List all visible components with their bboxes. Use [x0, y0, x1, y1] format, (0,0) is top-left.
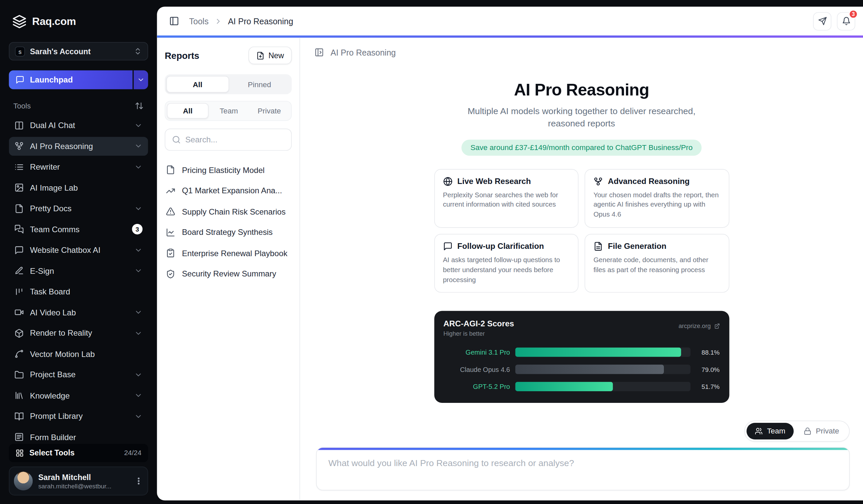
new-report-button[interactable]: New — [248, 47, 292, 64]
sidebar-item-label: Render to Reality — [30, 329, 128, 338]
launchpad-label: Launchpad — [30, 76, 73, 85]
scope-team[interactable]: Team — [209, 103, 249, 119]
user-options-icon[interactable] — [134, 476, 143, 486]
report-item-security-review-summary[interactable]: Security Review Summary — [165, 263, 292, 284]
share-button[interactable] — [813, 12, 831, 30]
filetext-icon — [593, 242, 603, 251]
scope-private[interactable]: Private — [249, 103, 290, 119]
sidebar-item-ai-pro-reasoning[interactable]: AI Pro Reasoning — [9, 137, 148, 156]
user-menu[interactable]: Sarah Mitchell sarah.mitchell@westbur... — [9, 466, 148, 495]
sidebar-item-label: Pretty Docs — [30, 204, 128, 213]
feature-description: Your chosen model drafts the report, the… — [593, 190, 720, 220]
sidebar-item-label: Prompt Library — [30, 412, 128, 421]
sidebar-item-e-sign[interactable]: E-Sign — [9, 261, 148, 280]
sidebar-item-vector-motion-lab[interactable]: Vector Motion Lab — [9, 344, 148, 363]
sort-tools-icon[interactable] — [135, 102, 144, 111]
filter-all[interactable]: All — [166, 76, 229, 92]
sidebar-item-label: AI Video Lab — [30, 308, 128, 317]
select-tools-button[interactable]: Select Tools 24/24 — [9, 443, 148, 462]
sidebar: Raq.com s Sarah's Account Launchpad Tool… — [0, 0, 157, 504]
sidebar-item-website-chatbox-ai[interactable]: Website Chatbox AI — [9, 241, 148, 259]
model-label: GPT-5.2 Pro — [443, 383, 510, 390]
clipboard-icon — [166, 248, 175, 258]
hero: AI Pro Reasoning Multiple AI models work… — [300, 57, 863, 421]
sidebar-item-knowledge[interactable]: Knowledge — [9, 386, 148, 405]
report-item-label: Security Review Summary — [182, 270, 276, 279]
model-label: Claude Opus 4.6 — [443, 366, 510, 373]
chart-header: ARC-AGI-2 Scores Higher is better arcpri… — [443, 319, 720, 337]
sidebar-item-ai-image-lab[interactable]: AI Image Lab — [9, 178, 148, 197]
report-item-board-strategy-synthesis[interactable]: Board Strategy Synthesis — [165, 222, 292, 243]
sidebar-item-render-to-reality[interactable]: Render to Reality — [9, 324, 148, 343]
sidebar-item-label: Project Base — [30, 370, 128, 379]
report-item-label: Q1 Market Expansion Ana... — [182, 186, 282, 195]
report-item-enterprise-renewal-playbook[interactable]: Enterprise Renewal Playbook — [165, 243, 292, 263]
file-plus-icon — [257, 51, 265, 60]
sidebar-toggle-button[interactable] — [166, 13, 183, 29]
prompt-input[interactable] — [317, 448, 849, 490]
launchpad: Launchpad — [9, 70, 148, 90]
main-region: Tools AI Pro Reasoning 3 — [157, 0, 863, 504]
pinned-filter: All Pinned — [165, 74, 292, 94]
chevron-down-icon — [134, 391, 142, 400]
video-icon — [14, 308, 24, 317]
content-row: Reports New All Pinned All Team Private — [157, 38, 863, 500]
chart-source-link[interactable]: arcprize.org — [678, 323, 720, 329]
feature-description: Generate code, documents, and other file… — [593, 256, 720, 275]
user-name: Sarah Mitchell — [38, 473, 129, 481]
visibility-team-label: Team — [767, 427, 785, 435]
sidebar-item-dual-ai-chat[interactable]: Dual AI Chat — [9, 116, 148, 135]
visibility-toggle: Team Private — [744, 421, 850, 441]
scope-all[interactable]: All — [167, 103, 209, 119]
sidebar-item-prompt-library[interactable]: Prompt Library — [9, 407, 148, 426]
sidebar-item-task-board[interactable]: Task Board — [9, 282, 148, 301]
report-item-pricing-elasticity-model[interactable]: Pricing Elasticity Model — [165, 160, 292, 180]
sidebar-item-label: Team Comms — [30, 224, 126, 234]
reports-list: Pricing Elasticity Model Q1 Market Expan… — [165, 160, 292, 284]
topbar: Tools AI Pro Reasoning 3 — [157, 7, 863, 36]
breadcrumb-tools[interactable]: Tools — [189, 16, 209, 26]
fork-icon — [14, 141, 24, 151]
chevron-down-icon — [134, 267, 142, 275]
sidebar-item-team-comms[interactable]: Team Comms 3 — [9, 220, 148, 238]
report-item-supply-chain-risk-scenarios[interactable]: Supply Chain Risk Scenarios — [165, 201, 292, 222]
visibility-row: Team Private — [316, 421, 850, 441]
launchpad-button[interactable]: Launchpad — [9, 70, 133, 90]
notifications-button[interactable]: 3 — [837, 12, 855, 30]
chevron-down-icon — [134, 329, 142, 337]
account-initial-badge: s — [15, 46, 25, 56]
chart-subtitle: Higher is better — [443, 331, 514, 337]
feature-title: Follow-up Clarification — [457, 242, 544, 251]
messages-icon — [14, 224, 24, 234]
bar-fill — [515, 382, 613, 391]
sidebar-item-label: Form Builder — [30, 432, 142, 441]
sidebar-item-project-base[interactable]: Project Base — [9, 365, 148, 384]
form-icon — [14, 432, 24, 441]
send-icon — [818, 17, 827, 26]
tool-panel-title: AI Pro Reasoning — [330, 48, 396, 57]
new-report-label: New — [268, 51, 284, 60]
search-input[interactable] — [185, 135, 284, 144]
msg-icon — [443, 242, 452, 251]
visibility-team-option[interactable]: Team — [747, 423, 794, 439]
launchpad-expand-button[interactable] — [134, 70, 148, 90]
filter-pinned[interactable]: Pinned — [229, 76, 290, 92]
sidebar-item-label: Website Chatbox AI — [30, 246, 128, 255]
panel-left-icon — [169, 16, 179, 26]
chevron-down-icon — [134, 163, 142, 171]
feature-description: AI asks targeted follow-up questions to … — [443, 256, 570, 285]
report-item-label: Enterprise Renewal Playbook — [182, 249, 287, 258]
sidebar-item-pretty-docs[interactable]: Pretty Docs — [9, 199, 148, 218]
panel-toggle-icon[interactable] — [315, 48, 324, 57]
report-item-q1-market-expansion-ana[interactable]: Q1 Market Expansion Ana... — [165, 180, 292, 201]
file-icon — [14, 204, 24, 213]
tools-section-label: Tools — [13, 102, 30, 110]
sidebar-item-ai-video-lab[interactable]: AI Video Lab — [9, 303, 148, 322]
sidebar-item-form-builder[interactable]: Form Builder — [9, 427, 148, 443]
account-switcher[interactable]: s Sarah's Account — [9, 42, 148, 61]
visibility-private-label: Private — [816, 427, 839, 435]
visibility-private-option[interactable]: Private — [796, 423, 848, 439]
chartline-icon — [166, 228, 175, 237]
sidebar-item-rewriter[interactable]: Rewriter — [9, 157, 148, 176]
chevron-down-icon — [134, 308, 142, 316]
